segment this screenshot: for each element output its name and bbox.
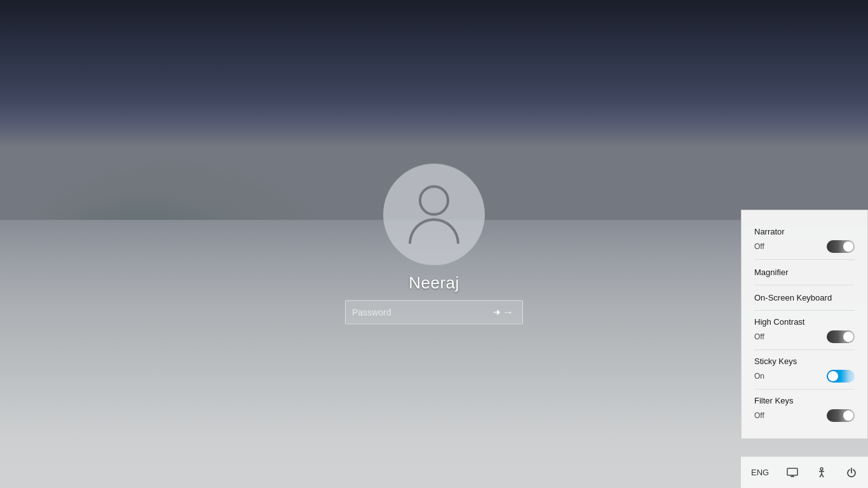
accessibility-item-sticky-keys: Sticky Keys On: [754, 350, 855, 390]
username-label: Neeraj: [409, 273, 459, 293]
sticky-keys-toggle-row: On: [754, 370, 855, 383]
filter-keys-knob: [843, 410, 853, 421]
password-field: →: [345, 301, 523, 325]
avatar: [383, 164, 485, 266]
svg-point-3: [820, 468, 823, 470]
sticky-keys-knob: [828, 371, 838, 381]
sticky-keys-state: On: [754, 372, 764, 381]
filter-keys-label: Filter Keys: [754, 396, 855, 405]
accessibility-item-filter-keys: Filter Keys Off: [754, 390, 855, 428]
submit-button[interactable]: →: [489, 303, 516, 322]
sticky-keys-toggle[interactable]: [827, 370, 855, 383]
power-icon[interactable]: [845, 466, 858, 479]
svg-line-7: [822, 474, 824, 477]
high-contrast-label: High Contrast: [754, 317, 855, 327]
avatar-head: [419, 186, 449, 216]
bottom-bar: ENG: [741, 456, 868, 488]
magnifier-label: Magnifier: [754, 268, 855, 277]
sticky-keys-label: Sticky Keys: [754, 356, 855, 366]
narrator-knob: [843, 241, 853, 252]
accessibility-item-magnifier[interactable]: Magnifier: [754, 260, 855, 285]
avatar-icon: [409, 186, 459, 244]
filter-keys-toggle-row: Off: [754, 409, 855, 422]
high-contrast-toggle[interactable]: [827, 330, 855, 343]
high-contrast-knob: [843, 332, 853, 342]
filter-keys-toggle[interactable]: [827, 409, 855, 422]
high-contrast-toggle-row: Off: [754, 330, 855, 343]
language-label: ENG: [751, 468, 769, 477]
avatar-body: [409, 219, 459, 244]
svg-rect-0: [787, 468, 797, 475]
accessibility-item-osk[interactable]: On-Screen Keyboard: [754, 285, 855, 311]
password-input[interactable]: [352, 308, 489, 318]
filter-keys-state: Off: [754, 411, 764, 420]
accessibility-item-narrator: Narrator Off: [754, 220, 855, 260]
login-panel: Neeraj →: [345, 164, 523, 325]
narrator-label: Narrator: [754, 227, 855, 236]
accessibility-item-high-contrast: High Contrast Off: [754, 311, 855, 350]
narrator-toggle-row: Off: [754, 240, 855, 253]
high-contrast-state: Off: [754, 332, 764, 341]
accessibility-icon[interactable]: [815, 466, 828, 479]
svg-line-6: [820, 474, 822, 477]
osk-label: On-Screen Keyboard: [754, 293, 855, 302]
narrator-toggle[interactable]: [827, 240, 855, 253]
narrator-state: Off: [754, 242, 764, 251]
accessibility-panel: Narrator Off Magnifier On-Screen Keyboar…: [741, 210, 868, 439]
display-icon[interactable]: [786, 466, 799, 479]
